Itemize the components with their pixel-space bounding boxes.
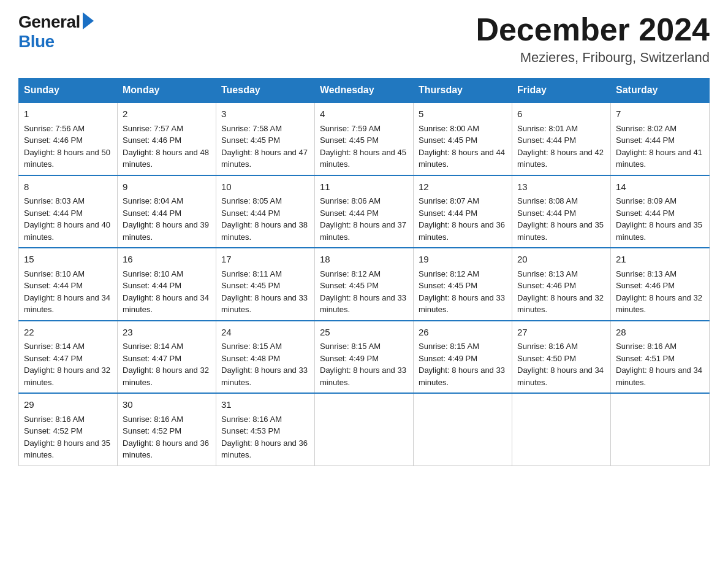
day-daylight: Daylight: 8 hours and 34 minutes. — [616, 366, 702, 387]
table-row: 4 Sunrise: 7:59 AM Sunset: 4:45 PM Dayli… — [315, 102, 414, 175]
page-header: General Blue December 2024 Mezieres, Fri… — [18, 12, 710, 66]
day-sunset: Sunset: 4:50 PM — [517, 354, 576, 363]
day-daylight: Daylight: 8 hours and 33 minutes. — [221, 366, 308, 387]
table-row: 9 Sunrise: 8:04 AM Sunset: 4:44 PM Dayli… — [118, 175, 216, 248]
day-sunrise: Sunrise: 8:16 AM — [221, 415, 282, 424]
table-row: 18 Sunrise: 8:12 AM Sunset: 4:45 PM Dayl… — [315, 248, 414, 321]
day-sunrise: Sunrise: 8:15 AM — [419, 342, 479, 351]
day-daylight: Daylight: 8 hours and 32 minutes. — [616, 293, 702, 315]
day-daylight: Daylight: 8 hours and 40 minutes. — [24, 220, 110, 242]
day-number: 3 — [221, 107, 309, 121]
col-sunday: Sunday — [19, 79, 118, 103]
table-row: 1 Sunrise: 7:56 AM Sunset: 4:46 PM Dayli… — [19, 102, 118, 175]
day-sunrise: Sunrise: 8:03 AM — [24, 196, 85, 205]
table-row: 26 Sunrise: 8:15 AM Sunset: 4:49 PM Dayl… — [414, 321, 512, 394]
day-sunrise: Sunrise: 8:16 AM — [517, 342, 578, 351]
day-daylight: Daylight: 8 hours and 33 minutes. — [221, 293, 308, 315]
day-number: 8 — [24, 180, 112, 194]
day-sunrise: Sunrise: 8:12 AM — [419, 269, 479, 278]
table-row: 7 Sunrise: 8:02 AM Sunset: 4:44 PM Dayli… — [611, 102, 710, 175]
day-number: 4 — [320, 107, 408, 121]
col-monday: Monday — [118, 79, 216, 103]
table-row: 29 Sunrise: 8:16 AM Sunset: 4:52 PM Dayl… — [19, 393, 118, 465]
day-number: 16 — [123, 253, 211, 267]
day-daylight: Daylight: 8 hours and 50 minutes. — [24, 148, 110, 169]
day-number: 28 — [616, 326, 704, 340]
table-row — [512, 393, 611, 465]
day-daylight: Daylight: 8 hours and 34 minutes. — [517, 366, 604, 387]
day-sunrise: Sunrise: 7:58 AM — [221, 124, 282, 133]
day-sunset: Sunset: 4:44 PM — [320, 209, 379, 218]
day-sunrise: Sunrise: 7:57 AM — [123, 124, 183, 133]
table-row: 28 Sunrise: 8:16 AM Sunset: 4:51 PM Dayl… — [611, 321, 710, 394]
calendar-week-row: 1 Sunrise: 7:56 AM Sunset: 4:46 PM Dayli… — [19, 102, 710, 175]
day-sunrise: Sunrise: 8:05 AM — [221, 196, 282, 205]
day-daylight: Daylight: 8 hours and 39 minutes. — [123, 220, 209, 242]
day-sunrise: Sunrise: 8:04 AM — [123, 196, 183, 205]
day-number: 21 — [616, 253, 704, 267]
location-subtitle: Mezieres, Fribourg, Switzerland — [476, 50, 710, 66]
day-sunrise: Sunrise: 8:13 AM — [517, 269, 578, 278]
day-sunrise: Sunrise: 8:11 AM — [221, 269, 282, 278]
day-sunrise: Sunrise: 7:56 AM — [24, 124, 85, 133]
day-number: 11 — [320, 180, 408, 194]
table-row: 22 Sunrise: 8:14 AM Sunset: 4:47 PM Dayl… — [19, 321, 118, 394]
table-row: 14 Sunrise: 8:09 AM Sunset: 4:44 PM Dayl… — [611, 175, 710, 248]
day-sunset: Sunset: 4:45 PM — [320, 281, 379, 290]
day-sunset: Sunset: 4:51 PM — [616, 354, 675, 363]
day-daylight: Daylight: 8 hours and 41 minutes. — [616, 148, 702, 169]
title-block: December 2024 Mezieres, Fribourg, Switze… — [476, 12, 710, 66]
day-sunset: Sunset: 4:47 PM — [24, 354, 83, 363]
col-saturday: Saturday — [611, 79, 710, 103]
day-sunset: Sunset: 4:45 PM — [419, 281, 477, 290]
day-sunrise: Sunrise: 8:07 AM — [419, 196, 479, 205]
col-thursday: Thursday — [414, 79, 512, 103]
day-daylight: Daylight: 8 hours and 32 minutes. — [24, 366, 110, 387]
day-sunrise: Sunrise: 8:06 AM — [320, 196, 381, 205]
day-sunrise: Sunrise: 8:14 AM — [24, 342, 85, 351]
day-sunset: Sunset: 4:53 PM — [221, 426, 280, 435]
day-sunset: Sunset: 4:47 PM — [123, 354, 181, 363]
day-sunrise: Sunrise: 8:16 AM — [24, 415, 85, 424]
table-row: 30 Sunrise: 8:16 AM Sunset: 4:52 PM Dayl… — [118, 393, 216, 465]
day-daylight: Daylight: 8 hours and 34 minutes. — [24, 293, 110, 315]
day-sunset: Sunset: 4:52 PM — [24, 426, 83, 435]
day-number: 6 — [517, 107, 605, 121]
table-row: 17 Sunrise: 8:11 AM Sunset: 4:45 PM Dayl… — [216, 248, 315, 321]
table-row: 20 Sunrise: 8:13 AM Sunset: 4:46 PM Dayl… — [512, 248, 611, 321]
day-sunset: Sunset: 4:46 PM — [517, 281, 576, 290]
table-row: 27 Sunrise: 8:16 AM Sunset: 4:50 PM Dayl… — [512, 321, 611, 394]
day-daylight: Daylight: 8 hours and 32 minutes. — [123, 366, 209, 387]
day-sunset: Sunset: 4:45 PM — [320, 136, 379, 145]
day-number: 25 — [320, 326, 408, 340]
calendar-table: Sunday Monday Tuesday Wednesday Thursday… — [18, 78, 710, 466]
day-number: 29 — [24, 398, 112, 412]
table-row: 25 Sunrise: 8:15 AM Sunset: 4:49 PM Dayl… — [315, 321, 414, 394]
day-sunrise: Sunrise: 8:15 AM — [320, 342, 381, 351]
day-number: 22 — [24, 326, 112, 340]
table-row: 10 Sunrise: 8:05 AM Sunset: 4:44 PM Dayl… — [216, 175, 315, 248]
day-sunset: Sunset: 4:45 PM — [221, 281, 280, 290]
day-sunset: Sunset: 4:44 PM — [123, 209, 181, 218]
table-row: 23 Sunrise: 8:14 AM Sunset: 4:47 PM Dayl… — [118, 321, 216, 394]
day-number: 13 — [517, 180, 605, 194]
day-number: 7 — [616, 107, 704, 121]
logo-triangle-icon — [83, 12, 94, 29]
day-number: 10 — [221, 180, 309, 194]
day-daylight: Daylight: 8 hours and 45 minutes. — [320, 148, 406, 169]
day-sunset: Sunset: 4:44 PM — [517, 209, 576, 218]
table-row — [414, 393, 512, 465]
table-row — [611, 393, 710, 465]
day-sunset: Sunset: 4:48 PM — [221, 354, 280, 363]
table-row: 31 Sunrise: 8:16 AM Sunset: 4:53 PM Dayl… — [216, 393, 315, 465]
day-daylight: Daylight: 8 hours and 33 minutes. — [320, 366, 406, 387]
calendar-week-row: 29 Sunrise: 8:16 AM Sunset: 4:52 PM Dayl… — [19, 393, 710, 465]
day-daylight: Daylight: 8 hours and 32 minutes. — [517, 293, 604, 315]
col-friday: Friday — [512, 79, 611, 103]
day-daylight: Daylight: 8 hours and 38 minutes. — [221, 220, 308, 242]
day-daylight: Daylight: 8 hours and 35 minutes. — [517, 220, 604, 242]
day-daylight: Daylight: 8 hours and 36 minutes. — [419, 220, 505, 242]
day-daylight: Daylight: 8 hours and 33 minutes. — [419, 366, 505, 387]
calendar-week-row: 22 Sunrise: 8:14 AM Sunset: 4:47 PM Dayl… — [19, 321, 710, 394]
calendar-week-row: 8 Sunrise: 8:03 AM Sunset: 4:44 PM Dayli… — [19, 175, 710, 248]
